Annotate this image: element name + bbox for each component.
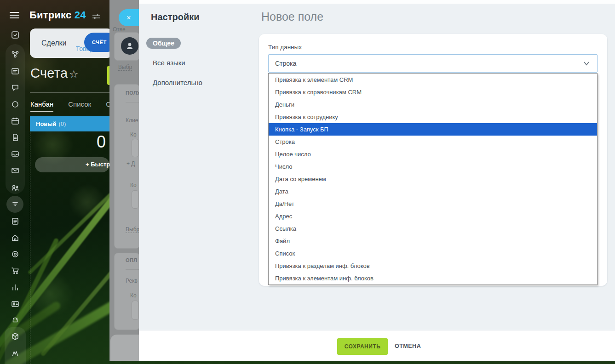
kanban-column-header[interactable]: Новый (0) — [30, 116, 109, 131]
dropdown-option[interactable]: Целое число — [269, 148, 597, 160]
ghost-link-choose[interactable]: Выбр — [126, 226, 139, 233]
invoice-pill-button[interactable]: СЧЁТ — [84, 33, 109, 52]
ghost-label-responsible: Отве — [113, 26, 126, 33]
brand-logo: Битрикс 24 — [29, 9, 86, 21]
crm-background-area: Битрикс 24 Сделки Товар СЧЁТ Счета ☆ Кан… — [0, 0, 109, 364]
quick-add-button[interactable]: + Быстр — [35, 157, 109, 172]
panel-top-strip — [139, 0, 615, 4]
mail-icon[interactable] — [11, 166, 20, 175]
settings-panel: Настройки ОбщееВсе языкиДополнительно Но… — [139, 0, 615, 361]
dropdown-option[interactable]: Число — [269, 160, 597, 173]
close-button[interactable]: × — [119, 9, 139, 26]
column-total: 0 — [60, 132, 106, 152]
close-icon: × — [126, 14, 131, 22]
view-tab-список[interactable]: Список — [68, 100, 91, 112]
form-title: Новое поле — [261, 10, 323, 23]
deals-card: Сделки Товар СЧЁТ — [30, 28, 109, 58]
data-type-select[interactable]: Строка — [268, 54, 598, 73]
people-icon[interactable] — [11, 183, 20, 192]
quick-add-label: + Быстр — [86, 161, 109, 168]
data-type-label: Тип данных — [268, 44, 302, 51]
ghost-section-recipient: ПОЛУ — [126, 90, 139, 96]
view-tab-канбан[interactable]: Канбан — [30, 100, 53, 112]
ghost-link-choose[interactable]: Выбр — [118, 64, 132, 71]
ghost-label-company: Ко — [130, 182, 137, 188]
cancel-button[interactable]: ОТМЕНА — [395, 343, 421, 349]
column-dashed-border — [30, 132, 30, 364]
ghost-label-requisites: Рекв — [126, 278, 138, 284]
feed-icon[interactable] — [11, 67, 20, 76]
view-tab-ср[interactable]: Ср — [106, 100, 109, 112]
settings-menu-item[interactable]: Дополнительно — [146, 77, 209, 88]
inbox-icon[interactable] — [11, 149, 20, 159]
chat-icon[interactable] — [11, 83, 20, 92]
divider — [126, 102, 139, 102]
avatar — [121, 37, 138, 55]
dropdown-option[interactable]: Список — [269, 247, 597, 260]
divider — [30, 92, 109, 93]
dropdown-option[interactable]: Деньги — [269, 98, 597, 111]
column-count: (0) — [58, 120, 66, 127]
dropdown-option[interactable]: Привязка к разделам инф. блоков — [269, 260, 597, 272]
settings-title: Настройки — [151, 12, 200, 23]
panel-footer: СОХРАНИТЬ ОТМЕНА — [139, 330, 615, 361]
type-dropdown-list: Привязка к элементам CRMПривязка к справ… — [268, 73, 598, 285]
ghost-label-contact: Ко — [130, 131, 137, 138]
ghost-input — [132, 301, 139, 320]
dropdown-option[interactable]: Файл — [269, 235, 597, 247]
ghost-label-client: Клие — [126, 117, 138, 124]
select-value: Строка — [275, 60, 296, 67]
tune-icon[interactable] — [92, 13, 100, 20]
dropdown-option[interactable]: Привязка к элементам CRM — [269, 74, 597, 86]
dropdown-option[interactable]: Привязка к элементам инф. блоков — [269, 272, 597, 284]
storage-icon[interactable] — [11, 332, 20, 341]
ghost-input — [132, 139, 139, 157]
dropdown-option[interactable]: Дата — [269, 185, 597, 198]
dropdown-option[interactable]: Привязка к справочникам CRM — [269, 86, 597, 98]
contacts-icon[interactable] — [11, 299, 20, 308]
logo-m-icon[interactable] — [11, 348, 20, 358]
calendar-icon[interactable] — [11, 116, 20, 125]
dropdown-option[interactable]: Да/Нет — [269, 198, 597, 210]
view-tabs: КанбанСписокСр — [30, 100, 109, 112]
brand-name: Битрикс — [29, 9, 71, 21]
dimmed-slider-strip: Отве Выбр ПОЛУ Клие Ко + Д Ко Выбр ОПЛ Р… — [109, 0, 139, 361]
ghost-input — [132, 190, 139, 209]
target-icon[interactable] — [11, 250, 20, 259]
favorite-star-icon[interactable]: ☆ — [69, 68, 79, 80]
ghost-label-contact2: Ко — [130, 292, 137, 299]
market-icon[interactable] — [11, 316, 20, 325]
dropdown-option[interactable]: Дата со временем — [269, 173, 597, 185]
settings-menu-item[interactable]: Общее — [146, 38, 181, 49]
home-icon[interactable] — [11, 233, 20, 242]
tab-deals[interactable]: Сделки — [41, 39, 67, 47]
ghost-link-add[interactable]: + Д — [126, 160, 135, 167]
projects-icon[interactable] — [11, 216, 20, 226]
crm-icon[interactable] — [11, 50, 20, 59]
settings-menu: ОбщееВсе языкиДополнительно — [146, 38, 247, 97]
column-name: Новый — [36, 120, 56, 127]
dropdown-option[interactable]: Ссылка — [269, 222, 597, 235]
ring-icon[interactable] — [11, 100, 20, 109]
page-title: Счета — [30, 66, 68, 81]
menu-icon[interactable] — [10, 12, 19, 19]
settings-menu-item[interactable]: Все языки — [146, 57, 192, 68]
save-button[interactable]: СОХРАНИТЬ — [337, 338, 388, 355]
ghost-footer — [110, 335, 139, 361]
chevron-down-icon — [583, 61, 590, 66]
dropdown-option[interactable]: Адрес — [269, 210, 597, 222]
ghost-section-payment: ОПЛ — [126, 257, 137, 263]
dropdown-option[interactable]: Строка — [269, 136, 597, 148]
funnel-icon[interactable] — [11, 199, 20, 209]
brand-number: 24 — [75, 9, 86, 21]
stats-icon[interactable] — [11, 283, 20, 292]
cart-icon[interactable] — [11, 266, 20, 275]
tasks-icon[interactable] — [11, 30, 20, 40]
documents-icon[interactable] — [11, 133, 20, 142]
dropdown-option[interactable]: Кнопка - Запуск БП — [269, 123, 597, 136]
divider — [126, 269, 139, 270]
app-root: Битрикс 24 Сделки Товар СЧЁТ Счета ☆ Кан… — [0, 0, 615, 364]
dropdown-option[interactable]: Привязка к сотруднику — [269, 111, 597, 123]
